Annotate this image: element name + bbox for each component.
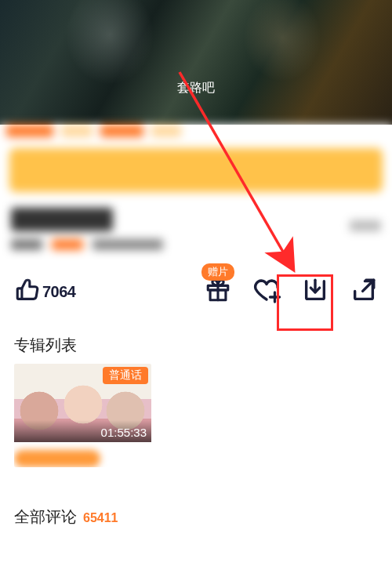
share-icon <box>350 277 377 307</box>
download-icon <box>302 277 328 307</box>
action-row: 7064 赠片 <box>0 274 392 322</box>
album-language-tag: 普通话 <box>103 367 148 384</box>
gift-icon <box>205 277 231 307</box>
comments-title: 全部评论 <box>14 506 77 528</box>
video-player[interactable]: 套路吧 <box>0 0 392 125</box>
gift-badge: 赠片 <box>201 263 234 281</box>
gift-button[interactable]: 赠片 <box>204 278 232 306</box>
like-button[interactable]: 7064 <box>14 277 76 307</box>
album-thumbnail: 普通话 01:55:33 <box>14 364 151 442</box>
comments-count: 65411 <box>83 511 118 525</box>
download-button[interactable] <box>301 278 329 306</box>
like-count: 7064 <box>42 283 76 301</box>
favorite-button[interactable] <box>252 278 281 306</box>
album-title-blurred <box>14 450 100 467</box>
heart-plus-icon <box>252 276 281 307</box>
album-section-title: 专辑列表 <box>0 322 392 364</box>
album-duration: 01:55:33 <box>101 426 147 439</box>
video-meta-blurred <box>0 125 392 274</box>
album-list: 普通话 01:55:33 <box>0 364 392 473</box>
video-subtitle: 套路吧 <box>177 80 215 96</box>
share-button[interactable] <box>350 278 378 306</box>
comments-header: 全部评论 65411 <box>0 473 392 528</box>
thumbs-up-icon <box>14 277 41 307</box>
album-item[interactable]: 普通话 01:55:33 <box>14 364 151 467</box>
